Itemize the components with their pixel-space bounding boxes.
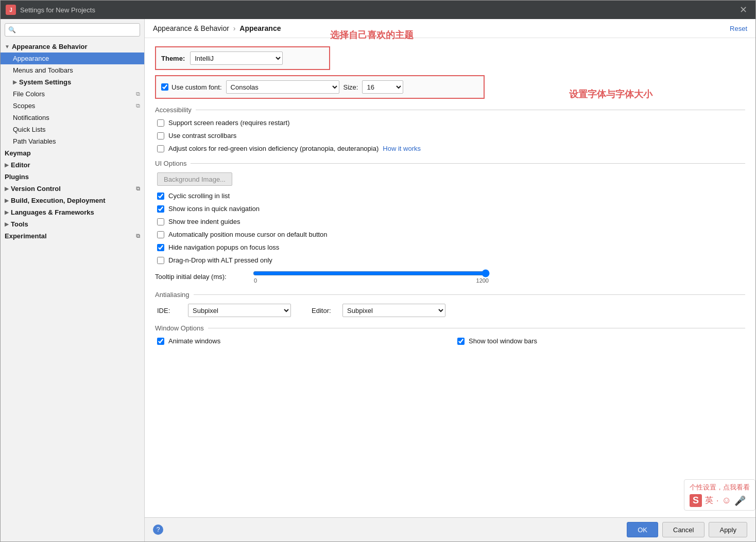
show-tool-window-bars-label: Show tool window bars	[469, 337, 537, 345]
show-tool-window-bars-row: Show tool window bars	[455, 337, 745, 345]
help-button[interactable]: ?	[153, 524, 163, 535]
copy-icon: ⧉	[136, 91, 140, 97]
sidebar-item-label: System Settings	[19, 78, 71, 86]
hide-nav-popups-checkbox[interactable]	[157, 244, 164, 251]
tooltip-text: 个性设置，点我看看	[690, 483, 750, 492]
editor-aa-select[interactable]: Subpixel Greyscale None	[342, 304, 445, 317]
sidebar-item-label: Scopes	[13, 102, 35, 110]
sidebar-item-tools[interactable]: ▶ Tools	[1, 218, 144, 230]
sidebar-item-version-control[interactable]: ▶ Version Control ⧉	[1, 183, 144, 195]
sidebar-item-notifications[interactable]: Notifications	[1, 112, 144, 124]
show-tree-indent-label: Show tree indent guides	[168, 218, 240, 225]
theme-select[interactable]: IntelliJ Darcula High contrast Light	[190, 51, 283, 65]
sidebar-item-appearance[interactable]: Appearance	[1, 53, 144, 64]
close-button[interactable]: ✕	[736, 3, 750, 16]
breadcrumb-separator: ›	[233, 24, 238, 32]
sidebar-item-label: Build, Execution, Deployment	[11, 197, 105, 204]
apply-button[interactable]: Apply	[709, 522, 747, 537]
sidebar: 🔍 ▼ Appearance & Behavior Appearance Men…	[1, 19, 145, 541]
search-input[interactable]: 🔍	[5, 23, 140, 37]
cancel-button[interactable]: Cancel	[662, 522, 705, 537]
chevron-right-icon: ▶	[5, 162, 9, 168]
contrast-scrollbars-checkbox[interactable]	[157, 132, 164, 139]
ok-button[interactable]: OK	[627, 522, 658, 537]
sidebar-item-keymap[interactable]: Keymap	[1, 147, 144, 159]
smile-icon: ☺	[721, 495, 731, 506]
use-custom-font-checkbox[interactable]	[161, 83, 168, 91]
size-label: Size:	[343, 83, 358, 91]
bottom-bar: ? OK Cancel Apply	[145, 517, 755, 541]
contrast-scrollbars-label: Use contrast scrollbars	[168, 132, 236, 139]
copy-icon: ⧉	[136, 233, 140, 239]
cyclic-scrolling-checkbox[interactable]	[157, 193, 164, 200]
sidebar-item-file-colors[interactable]: File Colors ⧉	[1, 88, 144, 100]
sidebar-item-scopes[interactable]: Scopes ⧉	[1, 100, 144, 112]
sidebar-item-experimental[interactable]: Experimental ⧉	[1, 230, 144, 242]
sidebar-item-languages[interactable]: ▶ Languages & Frameworks	[1, 206, 144, 218]
settings-window: J Settings for New Projects ✕ 🔍 ▼ Appear…	[0, 0, 756, 542]
dot-icon: ·	[716, 496, 718, 505]
ide-aa-select[interactable]: Subpixel Greyscale None	[188, 304, 291, 317]
font-row: Use custom font: Consolas Arial Courier …	[155, 75, 485, 99]
sidebar-item-plugins[interactable]: Plugins	[1, 171, 144, 183]
content-area: Appearance & Behavior › Appearance OK Re…	[145, 19, 755, 541]
sidebar-item-label: Appearance	[13, 55, 49, 62]
tooltip-delay-label: Tooltip initial delay (ms):	[155, 273, 248, 281]
breadcrumb-current: Appearance	[239, 24, 281, 32]
sidebar-item-menus-toolbars[interactable]: Menus and Toolbars	[1, 64, 144, 76]
theme-label: Theme:	[161, 55, 185, 62]
tooltip-delay-slider[interactable]	[253, 269, 490, 277]
hide-nav-popups-row: Hide navigation popups on focus loss	[155, 243, 745, 251]
sidebar-item-label: Menus and Toolbars	[13, 66, 73, 74]
sidebar-item-label: File Colors	[13, 90, 45, 98]
sidebar-item-path-variables[interactable]: Path Variables	[1, 135, 144, 147]
editor-aa-label: Editor:	[312, 307, 342, 314]
sidebar-item-system-settings[interactable]: ▶ System Settings	[1, 76, 144, 88]
tooltip-slider-container: 0 1200	[248, 269, 745, 284]
sidebar-item-label: Notifications	[13, 114, 49, 121]
animate-windows-checkbox[interactable]	[157, 338, 164, 345]
ui-options-header: UI Options	[155, 160, 745, 167]
slider-min-label: 0	[254, 277, 257, 284]
antialiasing-header: Antialiasing	[155, 291, 745, 299]
show-icons-quick-nav-checkbox[interactable]	[157, 205, 164, 213]
sidebar-item-quick-lists[interactable]: Quick Lists	[1, 124, 144, 135]
font-select[interactable]: Consolas Arial Courier New	[226, 80, 339, 94]
sidebar-item-editor[interactable]: ▶ Editor	[1, 159, 144, 171]
window-options-grid: Animate windows Show tool window bars	[155, 337, 745, 350]
chevron-right-icon: ▶	[13, 79, 17, 85]
lang-icon: 英	[705, 495, 713, 506]
sidebar-item-appearance-behavior[interactable]: ▼ Appearance & Behavior	[1, 41, 144, 53]
accessibility-header: Accessibility	[155, 106, 745, 114]
tooltip-delay-row: Tooltip initial delay (ms): 0 1200	[155, 269, 745, 284]
font-size-select[interactable]: 16 10 12 14	[362, 80, 403, 94]
support-screen-readers-row: Support screen readers (requires restart…	[155, 119, 745, 127]
chevron-down-icon: ▼	[5, 44, 10, 49]
drag-alt-checkbox[interactable]	[157, 257, 164, 264]
sidebar-item-label: Tools	[11, 220, 28, 228]
how-it-works-link[interactable]: How it works	[383, 145, 421, 152]
slider-labels: 0 1200	[253, 277, 490, 284]
reset-button[interactable]: Reset	[730, 25, 747, 32]
sidebar-item-label: Keymap	[5, 149, 31, 157]
copy-icon: ⧉	[136, 102, 140, 109]
sidebar-item-label: Plugins	[5, 173, 29, 181]
sidebar-item-label: Languages & Frameworks	[11, 208, 94, 216]
auto-position-mouse-row: Automatically position mouse cursor on d…	[155, 231, 745, 238]
auto-position-mouse-checkbox[interactable]	[157, 231, 164, 238]
hide-nav-popups-label: Hide navigation popups on focus loss	[168, 243, 279, 251]
show-icons-quick-nav-label: Show icons in quick navigation	[168, 205, 260, 213]
sidebar-item-label: Editor	[11, 161, 30, 169]
adjust-colors-label: Adjust colors for red-green vision defic…	[168, 145, 379, 152]
chevron-right-icon: ▶	[5, 209, 9, 215]
chevron-right-icon: ▶	[5, 186, 9, 191]
cyclic-scrolling-label: Cyclic scrolling in list	[168, 192, 230, 200]
adjust-colors-checkbox[interactable]	[157, 145, 164, 152]
main-layout: 🔍 ▼ Appearance & Behavior Appearance Men…	[1, 19, 755, 541]
show-tree-indent-checkbox[interactable]	[157, 218, 164, 225]
external-tooltip[interactable]: 个性设置，点我看看 S 英 · ☺ 🎤	[684, 479, 755, 511]
background-image-button[interactable]: Background Image...	[157, 172, 232, 186]
support-screen-readers-checkbox[interactable]	[157, 119, 164, 127]
show-tool-window-bars-checkbox[interactable]	[457, 338, 465, 345]
sidebar-item-build[interactable]: ▶ Build, Execution, Deployment	[1, 195, 144, 206]
